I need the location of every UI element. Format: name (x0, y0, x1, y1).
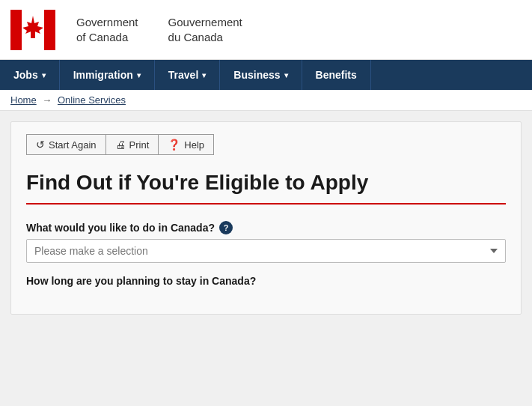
question1-help-icon[interactable]: ? (219, 221, 233, 234)
nav-travel-label: Travel (168, 69, 198, 81)
breadcrumb-current[interactable]: Online Services (58, 94, 126, 106)
nav-immigration-arrow: ▾ (137, 71, 141, 79)
help-icon: ❓ (168, 139, 180, 151)
main-container: ↺ Start Again 🖨 Print ❓ Help Find Out if… (0, 111, 532, 315)
svg-rect-0 (10, 10, 22, 50)
gov-title-fr-line2: du Canada (168, 30, 242, 45)
nav-benefits-label: Benefits (316, 69, 357, 81)
print-label: Print (129, 139, 150, 151)
nav-immigration-label: Immigration (73, 69, 133, 81)
start-again-button[interactable]: ↺ Start Again (26, 134, 106, 155)
question1-label: What would you like to do in Canada? ? (26, 221, 506, 234)
toolbar: ↺ Start Again 🖨 Print ❓ Help (26, 134, 506, 155)
gov-title-en-line2: of Canada (76, 30, 138, 45)
question2-group: How long are you planning to stay in Can… (26, 275, 506, 287)
content-box: ↺ Start Again 🖨 Print ❓ Help Find Out if… (10, 121, 522, 315)
flag-logo (10, 10, 64, 50)
print-button[interactable]: 🖨 Print (106, 134, 159, 155)
nav-immigration[interactable]: Immigration ▾ (60, 60, 155, 90)
title-divider (26, 203, 506, 204)
breadcrumb-separator: → (42, 94, 52, 106)
breadcrumb-home[interactable]: Home (10, 94, 37, 106)
question1-select[interactable]: Please make a selection (26, 239, 506, 263)
nav-travel[interactable]: Travel ▾ (155, 60, 220, 90)
site-header: Government of Canada Gouvernement du Can… (0, 0, 532, 60)
start-again-icon: ↺ (36, 139, 45, 151)
nav-business-label: Business (233, 69, 280, 81)
breadcrumb: Home → Online Services (0, 90, 532, 111)
help-button[interactable]: ❓ Help (158, 134, 214, 155)
gov-title: Government of Canada Gouvernement du Can… (76, 15, 242, 44)
help-label: Help (184, 139, 204, 151)
svg-rect-2 (44, 10, 55, 50)
nav-benefits[interactable]: Benefits (302, 60, 371, 90)
canada-flag (10, 10, 55, 50)
nav-business-arrow: ▾ (284, 71, 288, 79)
nav-jobs-arrow: ▾ (42, 71, 46, 79)
nav-travel-arrow: ▾ (202, 71, 206, 79)
gov-title-fr-line1: Gouvernement (168, 15, 242, 30)
nav-business[interactable]: Business ▾ (220, 60, 302, 90)
main-navbar: Jobs ▾ Immigration ▾ Travel ▾ Business ▾… (0, 60, 532, 90)
nav-jobs-label: Jobs (13, 69, 38, 81)
question2-label: How long are you planning to stay in Can… (26, 275, 506, 287)
start-again-label: Start Again (49, 139, 97, 151)
question1-group: What would you like to do in Canada? ? P… (26, 221, 506, 263)
page-title: Find Out if You're Eligible to Apply (26, 170, 506, 196)
nav-jobs[interactable]: Jobs ▾ (0, 60, 60, 90)
gov-title-en-line1: Government (76, 15, 138, 30)
svg-rect-4 (31, 31, 35, 38)
print-icon: 🖨 (115, 139, 126, 151)
